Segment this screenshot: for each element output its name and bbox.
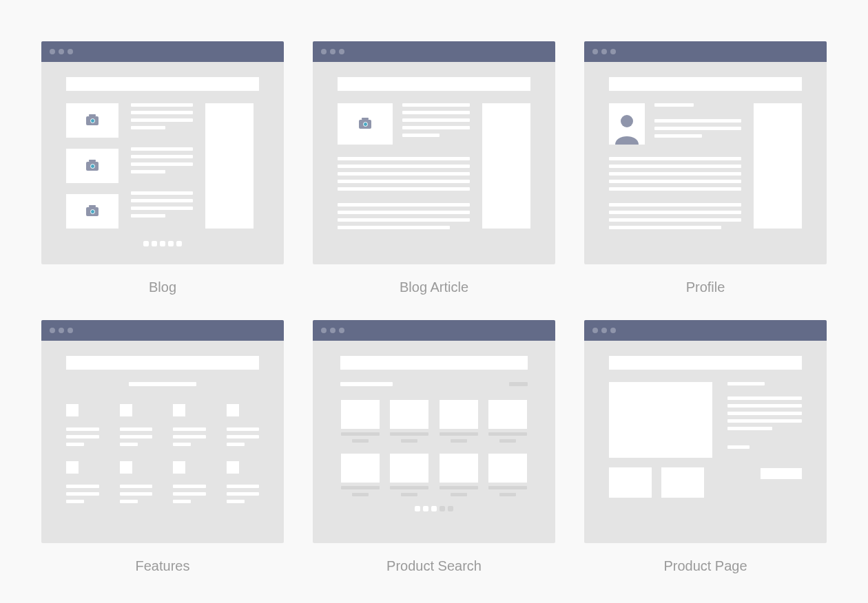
thumb-camera bbox=[66, 194, 118, 229]
camera-icon bbox=[86, 116, 99, 125]
product-card bbox=[488, 454, 528, 496]
feature-item bbox=[173, 461, 206, 503]
window-dot-icon bbox=[339, 49, 344, 54]
canvas bbox=[584, 62, 827, 264]
window-dot-icon bbox=[68, 49, 73, 54]
feature-icon bbox=[227, 404, 239, 416]
feature-icon bbox=[173, 461, 185, 474]
titlebar bbox=[313, 320, 555, 341]
titlebar bbox=[584, 41, 827, 62]
window-dot-icon bbox=[59, 49, 64, 54]
thumb-camera bbox=[66, 103, 118, 138]
product-thumb bbox=[341, 400, 380, 429]
window-product-search bbox=[313, 320, 555, 543]
product-card bbox=[390, 400, 430, 443]
window-dot-icon bbox=[68, 328, 73, 333]
product-main-image bbox=[609, 382, 712, 458]
wireframe-product-page: Product Page bbox=[584, 320, 827, 574]
wireframe-blog-article: Blog Article bbox=[313, 41, 555, 295]
camera-icon bbox=[86, 207, 99, 216]
product-thumb bbox=[661, 467, 704, 498]
window-features bbox=[41, 320, 284, 543]
window-dot-icon bbox=[601, 49, 607, 54]
hero-image bbox=[338, 103, 393, 145]
window-dot-icon bbox=[321, 328, 327, 333]
article-column bbox=[338, 103, 470, 229]
window-dot-icon bbox=[339, 328, 344, 333]
product-media-column bbox=[609, 382, 712, 498]
window-dot-icon bbox=[601, 328, 607, 333]
window-dot-icon bbox=[592, 328, 598, 333]
feature-item bbox=[66, 404, 99, 446]
product-thumb bbox=[390, 454, 428, 483]
header-block bbox=[609, 77, 802, 91]
product-thumb bbox=[488, 454, 527, 483]
window-blog-article bbox=[313, 41, 555, 264]
window-dot-icon bbox=[330, 328, 335, 333]
product-thumb bbox=[440, 454, 478, 483]
product-card bbox=[439, 400, 479, 443]
feature-item bbox=[120, 461, 153, 503]
wireframe-product-search: Product Search bbox=[313, 320, 555, 574]
wireframe-caption: Blog bbox=[149, 279, 176, 295]
wireframe-caption: Features bbox=[136, 558, 190, 574]
post-thumb-column bbox=[66, 103, 118, 229]
window-dot-icon bbox=[50, 328, 55, 333]
product-card bbox=[439, 454, 479, 496]
wireframe-caption: Profile bbox=[686, 279, 725, 295]
window-dot-icon bbox=[330, 49, 335, 54]
feature-item bbox=[66, 461, 99, 503]
wireframe-features: Features bbox=[41, 320, 284, 574]
titlebar bbox=[41, 41, 284, 62]
sort-label bbox=[509, 382, 528, 386]
sidebar-block bbox=[754, 103, 802, 229]
product-card bbox=[340, 400, 380, 443]
pagination bbox=[66, 241, 259, 246]
wireframe-grid: Blog bbox=[41, 41, 827, 574]
feature-item bbox=[120, 404, 153, 446]
feature-icon bbox=[173, 404, 185, 416]
product-card bbox=[340, 454, 380, 496]
product-thumb bbox=[609, 467, 652, 498]
canvas bbox=[41, 341, 284, 543]
window-dot-icon bbox=[592, 49, 598, 54]
header-block bbox=[338, 77, 530, 91]
post-text-column bbox=[131, 103, 193, 229]
feature-icon bbox=[66, 404, 79, 416]
product-thumb bbox=[440, 400, 478, 429]
cta-button-block bbox=[761, 468, 802, 479]
avatar-icon bbox=[609, 103, 645, 145]
wireframe-caption: Product Page bbox=[663, 558, 747, 574]
window-profile bbox=[584, 41, 827, 264]
window-dot-icon bbox=[610, 49, 616, 54]
canvas bbox=[313, 341, 555, 543]
camera-icon bbox=[359, 120, 371, 129]
profile-column bbox=[609, 103, 741, 229]
header-block bbox=[66, 77, 259, 91]
sidebar-block bbox=[482, 103, 530, 229]
product-grid bbox=[340, 400, 528, 496]
product-card bbox=[488, 400, 528, 443]
wireframe-caption: Product Search bbox=[386, 558, 482, 574]
window-dot-icon bbox=[321, 49, 327, 54]
feature-grid bbox=[66, 404, 259, 503]
product-info-column bbox=[727, 382, 802, 498]
titlebar bbox=[584, 320, 827, 341]
feature-item bbox=[227, 461, 260, 503]
subtitle-line bbox=[129, 382, 196, 386]
feature-icon bbox=[66, 461, 79, 474]
window-dot-icon bbox=[610, 328, 616, 333]
canvas bbox=[41, 62, 284, 264]
window-dot-icon bbox=[50, 49, 55, 54]
window-dot-icon bbox=[59, 328, 64, 333]
svg-point-0 bbox=[621, 115, 633, 127]
camera-icon bbox=[86, 162, 99, 171]
header-block bbox=[66, 356, 259, 370]
feature-item bbox=[173, 404, 206, 446]
feature-item bbox=[227, 404, 260, 446]
results-label bbox=[340, 382, 393, 386]
feature-icon bbox=[120, 461, 132, 474]
header-block bbox=[609, 356, 802, 370]
canvas bbox=[584, 341, 827, 543]
feature-icon bbox=[120, 404, 132, 416]
